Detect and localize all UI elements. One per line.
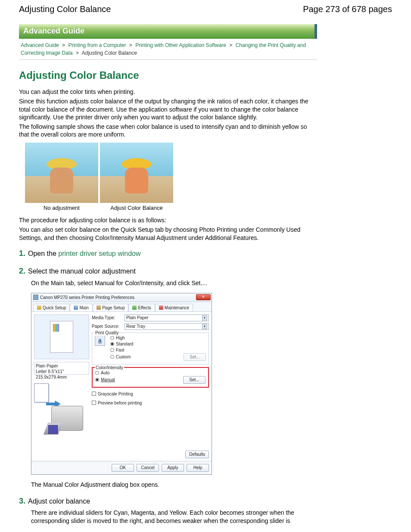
maintenance-icon	[159, 305, 163, 310]
guide-banner: Advanced Guide	[19, 24, 317, 39]
media-type-select[interactable]: Plain Paper▾	[125, 314, 209, 321]
sample-image-no-adjust	[25, 143, 98, 203]
radio-standard[interactable]: Standard	[110, 341, 206, 347]
breadcrumb: Advanced Guide > Printing from a Compute…	[19, 39, 317, 60]
page-counter: Page 273 of 678 pages	[303, 3, 392, 15]
app-icon	[33, 295, 38, 300]
printer-driver-link[interactable]: printer driver setup window	[58, 250, 140, 257]
close-button[interactable]	[196, 294, 211, 300]
quick-setup-icon	[37, 305, 41, 310]
breadcrumb-sep-icon: >	[227, 42, 234, 48]
color-intensity-set-button[interactable]: Set...	[183, 376, 206, 384]
breadcrumb-link[interactable]: Advanced Guide	[21, 42, 59, 48]
step-title: Select the manual color adjustment	[28, 267, 136, 276]
procedure-intro: The procedure for adjusting color balanc…	[19, 216, 317, 224]
quicksetup-note: You can also set color balance on the Qu…	[19, 226, 317, 241]
radio-custom[interactable]: Custom	[110, 354, 131, 360]
tab-maintenance[interactable]: Maintenance	[155, 304, 193, 311]
step-body-text: The Manual Color Adjustment dialog box o…	[31, 481, 317, 488]
step-body-text: On the Main tab, select Manual for Color…	[31, 279, 317, 287]
group-title: Print Quality	[94, 330, 119, 336]
media-type-label: Media Type:	[92, 315, 122, 320]
quality-set-button[interactable]: Set...	[184, 353, 206, 361]
step-number: 3.	[19, 496, 25, 506]
printer-illustration	[34, 377, 89, 433]
step-number: 1.	[19, 249, 25, 258]
preview-checkbox[interactable]: Preview before printing	[92, 400, 209, 406]
step-title: Adjust color balance	[28, 497, 90, 506]
doc-title-left: Adjusting Color Balance	[19, 3, 111, 15]
radio-fast[interactable]: Fast	[110, 347, 206, 353]
paper-source-select[interactable]: Rear Tray▾	[125, 323, 209, 330]
group-title: Color/Intensity	[95, 365, 124, 370]
tab-quick-setup[interactable]: Quick Setup	[33, 304, 70, 311]
tab-main[interactable]: Main	[70, 304, 93, 311]
apply-button[interactable]: Apply	[162, 464, 184, 472]
effects-icon	[132, 305, 137, 310]
sample-image-adjusted	[100, 143, 173, 203]
defaults-button[interactable]: Defaults	[185, 451, 209, 458]
chevron-down-icon: ▾	[202, 315, 207, 320]
sample-caption: Adjust Color Balance	[110, 205, 162, 212]
step-title: Open the printer driver setup window	[28, 249, 140, 258]
radio-manual[interactable]: Manual	[95, 377, 115, 383]
step-number: 2.	[19, 266, 25, 276]
breadcrumb-sep-icon: >	[74, 50, 81, 56]
breadcrumb-link[interactable]: Printing with Other Application Software	[135, 42, 226, 48]
tab-effects[interactable]: Effects	[128, 304, 155, 311]
radio-auto[interactable]: Auto	[95, 370, 206, 376]
radio-high[interactable]: High	[110, 335, 206, 341]
intro-text: You can adjust the color tints when prin…	[19, 88, 317, 96]
topic-title: Adjusting Color Balance	[19, 68, 317, 82]
intro-text: Since this function adjusts color balanc…	[19, 97, 317, 121]
cancel-button[interactable]: Cancel	[137, 464, 159, 472]
paper-source-label: Paper Source:	[92, 324, 122, 329]
grayscale-checkbox[interactable]: Grayscale Printing	[92, 391, 209, 397]
sample-caption: No adjustment	[44, 205, 80, 212]
color-intensity-group: Color/Intensity Auto Manual Set...	[92, 367, 209, 388]
main-icon	[74, 305, 78, 310]
quality-glyph-icon: a	[95, 335, 105, 346]
chevron-down-icon: ▾	[202, 324, 207, 329]
help-button[interactable]: Help	[187, 464, 209, 472]
breadcrumb-sep-icon: >	[128, 42, 134, 48]
ok-button[interactable]: OK	[112, 464, 134, 472]
step-body-text: There are individual sliders for Cyan, M…	[31, 509, 317, 524]
page-preview	[34, 314, 89, 359]
tab-page-setup[interactable]: Page Setup	[93, 304, 128, 311]
paper-info: Plain Paper Letter 8.5"x11" 215.9x279.4m…	[34, 362, 89, 375]
intro-text: The following sample shows the case when…	[19, 123, 317, 138]
printing-preferences-dialog: Canon MP270 series Printer Printing Pref…	[31, 293, 212, 475]
print-quality-group: Print Quality a High Standard Fast Custo…	[92, 333, 209, 364]
dialog-title: Canon MP270 series Printer Printing Pref…	[40, 295, 134, 300]
breadcrumb-sep-icon: >	[60, 42, 67, 48]
page-setup-icon	[97, 305, 101, 310]
breadcrumb-link[interactable]: Printing from a Computer	[68, 42, 126, 48]
breadcrumb-current: Adjusting Color Balance	[82, 50, 137, 56]
